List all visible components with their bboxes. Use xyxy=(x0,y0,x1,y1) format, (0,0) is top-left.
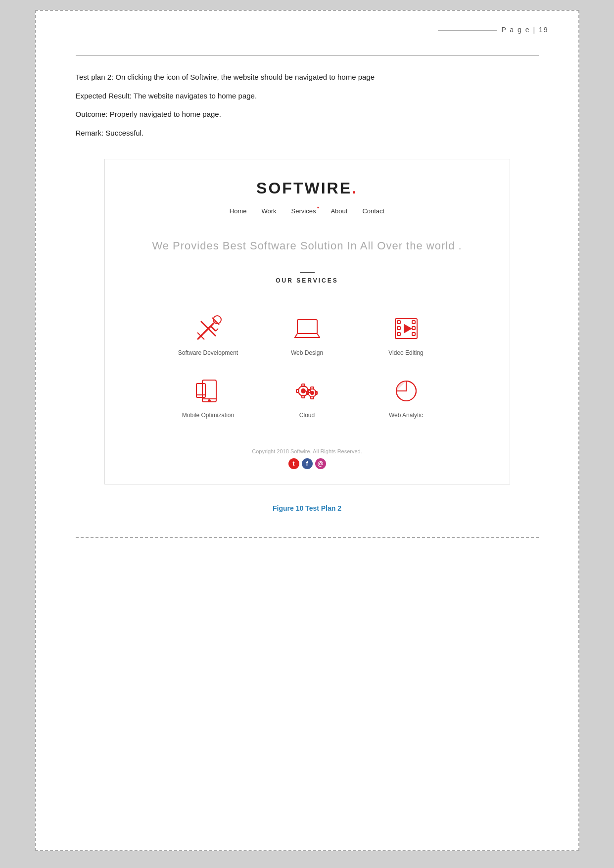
svg-rect-35 xyxy=(311,387,314,389)
svg-rect-30 xyxy=(302,395,305,398)
remark: Remark: Successful. xyxy=(76,127,539,140)
brand-dot: . xyxy=(352,179,358,197)
svg-rect-31 xyxy=(296,389,299,392)
outcome: Outcome: Properly navigated to home page… xyxy=(76,108,539,121)
footer-section: Copyright 2018 Softwire. All Rights Rese… xyxy=(105,448,510,469)
service-web-design: Web Design xyxy=(258,304,357,366)
svg-rect-29 xyxy=(302,384,305,386)
bottom-divider xyxy=(76,537,539,538)
figure-caption: Figure 10 Test Plan 2 xyxy=(76,504,539,512)
film-icon xyxy=(391,314,421,343)
instagram-icon[interactable]: @ xyxy=(315,458,326,469)
copyright-text: Copyright 2018 Softwire. All Rights Rese… xyxy=(105,448,510,454)
brand-text: SOFTWIRE xyxy=(256,179,352,197)
page-number: P a g e | 19 xyxy=(438,26,548,34)
twitter-icon[interactable]: t xyxy=(288,458,299,469)
svg-line-2 xyxy=(216,329,218,331)
svg-rect-17 xyxy=(397,333,400,336)
svg-rect-37 xyxy=(306,391,308,394)
svg-rect-16 xyxy=(397,327,400,330)
service-mobile-optimization-label: Mobile Optimization xyxy=(164,412,253,419)
laptop-icon xyxy=(292,314,322,343)
service-mobile-optimization: Mobile Optimization xyxy=(159,366,258,429)
svg-line-11 xyxy=(295,334,297,338)
svg-line-1 xyxy=(211,326,216,331)
nav-home[interactable]: Home xyxy=(230,207,247,215)
website-screenshot: SOFTWIRE. Home Work Services About Conta… xyxy=(104,159,510,484)
facebook-icon[interactable]: f xyxy=(302,458,313,469)
service-video-editing-label: Video Editing xyxy=(362,349,451,356)
service-web-analytic-label: Web Analytic xyxy=(362,412,451,419)
social-icons: t f @ xyxy=(105,458,510,469)
svg-rect-19 xyxy=(412,327,415,330)
svg-rect-18 xyxy=(412,321,415,324)
svg-marker-21 xyxy=(404,325,411,333)
brand-logo[interactable]: SOFTWIRE. xyxy=(105,159,510,202)
pie-chart-icon xyxy=(391,376,421,406)
navigation-bar: Home Work Services About Contact xyxy=(105,202,510,225)
svg-rect-20 xyxy=(412,333,415,336)
mobile-icon xyxy=(193,376,223,406)
svg-rect-15 xyxy=(397,321,400,324)
our-services-section: OUR SERVICES xyxy=(105,272,510,299)
nav-work[interactable]: Work xyxy=(261,207,276,215)
svg-point-24 xyxy=(208,400,210,402)
service-cloud: Cloud xyxy=(258,366,357,429)
nav-contact[interactable]: Contact xyxy=(362,207,384,215)
hero-text: We Provides Best Software Solution In Al… xyxy=(105,225,510,272)
our-services-label: OUR SERVICES xyxy=(276,272,338,299)
document-page: P a g e | 19 Test plan 2: On clicking th… xyxy=(35,10,579,851)
service-web-design-label: Web Design xyxy=(263,349,352,356)
nav-about[interactable]: About xyxy=(331,207,347,215)
services-grid: Software Development Web Design xyxy=(105,299,510,434)
service-software-development-label: Software Development xyxy=(164,349,253,356)
expected-result: Expected Result: The website navigates t… xyxy=(76,90,539,102)
svg-line-12 xyxy=(317,334,320,338)
top-divider xyxy=(76,55,539,56)
svg-rect-36 xyxy=(311,397,314,399)
svg-rect-10 xyxy=(297,320,317,334)
service-video-editing: Video Editing xyxy=(357,304,456,366)
test-plan-line1: Test plan 2: On clicking the icon of Sof… xyxy=(76,71,539,84)
service-cloud-label: Cloud xyxy=(263,412,352,419)
svg-point-28 xyxy=(301,389,305,393)
wrench-icon xyxy=(193,314,223,343)
svg-point-34 xyxy=(311,391,314,394)
gear-icon xyxy=(292,376,322,406)
nav-services[interactable]: Services xyxy=(291,207,316,215)
service-web-analytic: Web Analytic xyxy=(357,366,456,429)
service-software-development: Software Development xyxy=(159,304,258,366)
